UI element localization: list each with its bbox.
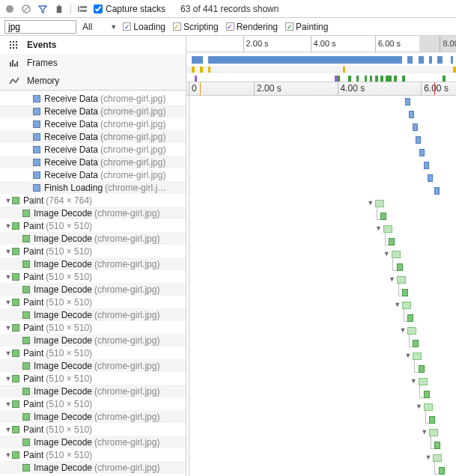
clear-icon[interactable] [21, 4, 31, 14]
event-row[interactable]: Receive Data (chrome-girl.jpg) [0, 105, 186, 118]
overview-ruler[interactable]: 2.00 s4.00 s6.00 s8.00 s [186, 36, 456, 52]
event-row[interactable]: Receive Data (chrome-girl.jpg) [0, 130, 186, 143]
event-row[interactable]: ▼Paint (510 × 510) [0, 347, 186, 359]
event-row[interactable]: Finish Loading (chrome-girl.j… [0, 181, 186, 194]
disclosure-icon[interactable]: ▼ [4, 197, 12, 204]
disclosure-icon[interactable]: ▼ [410, 377, 417, 385]
selection-range[interactable] [419, 36, 456, 52]
event-row[interactable]: ▼Paint (510 × 510) [0, 296, 186, 308]
disclosure-icon[interactable]: ▼ [4, 324, 12, 332]
loading-segment[interactable] [413, 123, 418, 131]
disclosure-icon[interactable]: ▼ [416, 403, 422, 410]
paint-segment[interactable] [407, 327, 416, 335]
event-row[interactable]: Receive Data (chrome-girl.jpg) [0, 92, 186, 105]
paint-segment[interactable] [397, 276, 406, 284]
event-row[interactable]: Image Decode (chrome-girl.jpg) [0, 283, 186, 296]
event-row[interactable]: Image Decode (chrome-girl.jpg) [0, 359, 186, 372]
decode-segment[interactable] [402, 289, 408, 296]
disclosure-icon[interactable]: ▼ [4, 222, 12, 230]
detail-ruler[interactable]: 02.00 s4.00 s6.00 s [186, 82, 456, 96]
paint-segment[interactable] [433, 454, 442, 462]
paint-segment[interactable] [392, 251, 401, 258]
trash-icon[interactable] [54, 4, 64, 14]
paint-segment[interactable] [375, 200, 384, 207]
loading-segment[interactable] [409, 111, 414, 118]
event-row[interactable]: Receive Data (chrome-girl.jpg) [0, 156, 186, 168]
paint-segment[interactable] [424, 403, 433, 411]
paint-segment[interactable] [413, 353, 422, 360]
disclosure-icon[interactable]: ▼ [399, 326, 406, 334]
event-row[interactable]: Image Decode (chrome-girl.jpg) [0, 436, 186, 448]
loading-segment[interactable] [405, 98, 410, 106]
event-row[interactable]: ▼Paint (510 × 510) [0, 219, 186, 232]
event-row[interactable]: ▼Paint (510 × 510) [0, 423, 186, 436]
legend-loading[interactable]: ✓Loading [123, 22, 165, 32]
decode-segment[interactable] [429, 416, 435, 424]
category-dropdown[interactable]: All ▼ [82, 22, 117, 32]
filter-icon[interactable] [37, 4, 48, 14]
loading-segment[interactable] [428, 174, 433, 182]
event-row[interactable]: ▼Paint (510 × 510) [0, 372, 186, 385]
event-row[interactable]: Image Decode (chrome-girl.jpg) [0, 308, 186, 321]
disclosure-icon[interactable]: ▼ [425, 454, 432, 461]
disclosure-icon[interactable]: ▼ [4, 248, 12, 255]
disclosure-icon[interactable]: ▼ [4, 350, 12, 357]
event-row[interactable]: ▼Paint (510 × 510) [0, 270, 186, 283]
loading-segment[interactable] [434, 187, 440, 195]
disclosure-icon[interactable]: ▼ [383, 250, 390, 257]
paint-segment[interactable] [383, 225, 392, 233]
disclosure-icon[interactable]: ▼ [367, 199, 374, 207]
event-row[interactable]: ▼Paint (510 × 510) [0, 321, 186, 334]
capture-stacks-checkbox[interactable]: Capture stacks [94, 4, 165, 14]
loading-segment[interactable] [424, 162, 429, 169]
legend-painting[interactable]: ✓Painting [285, 22, 328, 32]
paint-segment[interactable] [402, 302, 411, 309]
tab-frames[interactable]: Frames [0, 54, 186, 72]
disclosure-icon[interactable]: ▼ [389, 275, 395, 283]
decode-segment[interactable] [434, 442, 440, 449]
disclosure-icon[interactable]: ▼ [421, 428, 428, 436]
tab-memory[interactable]: Memory [0, 72, 186, 90]
disclosure-icon[interactable]: ▼ [4, 375, 12, 382]
disclosure-icon[interactable]: ▼ [394, 301, 401, 308]
decode-segment[interactable] [424, 391, 430, 398]
event-row[interactable]: Receive Data (chrome-girl.jpg) [0, 168, 186, 181]
decode-segment[interactable] [413, 340, 419, 347]
loading-segment[interactable] [419, 149, 425, 156]
event-row[interactable]: Image Decode (chrome-girl.jpg) [0, 207, 186, 219]
filter-input[interactable] [4, 20, 76, 34]
disclosure-icon[interactable]: ▼ [4, 451, 12, 459]
disclosure-icon[interactable]: ▼ [405, 352, 412, 359]
loading-segment[interactable] [416, 136, 421, 144]
events-list[interactable]: Receive Data (chrome-girl.jpg)Receive Da… [0, 91, 186, 476]
decode-segment[interactable] [439, 467, 445, 475]
disclosure-icon[interactable]: ▼ [4, 299, 12, 306]
disclosure-icon[interactable]: ▼ [4, 273, 12, 281]
tab-events[interactable]: Events [0, 36, 186, 54]
detail-pane[interactable]: 02.00 s4.00 s6.00 s ▼▼▼▼▼▼▼▼▼▼▼ [186, 82, 456, 476]
event-row[interactable]: Receive Data (chrome-girl.jpg) [0, 118, 186, 130]
decode-segment[interactable] [389, 238, 395, 245]
event-row[interactable]: Image Decode (chrome-girl.jpg) [0, 385, 186, 397]
event-row[interactable]: Image Decode (chrome-girl.jpg) [0, 461, 186, 474]
paint-segment[interactable] [429, 429, 438, 436]
event-row[interactable]: Image Decode (chrome-girl.jpg) [0, 334, 186, 347]
event-row[interactable]: ▼Paint (764 × 764) [0, 194, 186, 207]
legend-rendering[interactable]: ✓Rendering [226, 22, 278, 32]
decode-segment[interactable] [419, 365, 425, 373]
record-icon[interactable] [4, 4, 15, 14]
legend-scripting[interactable]: ✓Scripting [173, 22, 219, 32]
disclosure-icon[interactable]: ▼ [375, 225, 382, 232]
event-row[interactable]: Image Decode (chrome-girl.jpg) [0, 232, 186, 245]
decode-segment[interactable] [397, 263, 403, 271]
event-row[interactable]: Image Decode (chrome-girl.jpg) [0, 410, 186, 423]
event-row[interactable]: ▼Paint (510 × 510) [0, 448, 186, 461]
event-row[interactable]: ▼Paint (510 × 510) [0, 397, 186, 410]
event-row[interactable]: ▼Paint (510 × 510) [0, 245, 186, 257]
event-row[interactable]: Receive Data (chrome-girl.jpg) [0, 143, 186, 156]
disclosure-icon[interactable]: ▼ [4, 426, 12, 433]
decode-segment[interactable] [407, 314, 413, 322]
decode-segment[interactable] [380, 213, 386, 220]
disclosure-icon[interactable]: ▼ [4, 400, 12, 408]
capture-stacks-input[interactable] [94, 4, 103, 13]
